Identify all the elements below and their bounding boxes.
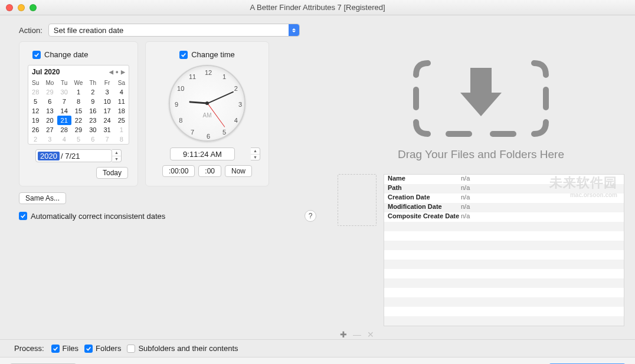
- calendar-day[interactable]: 22: [71, 116, 86, 125]
- action-label: Action:: [19, 26, 42, 35]
- date-stepper[interactable]: ▲▼: [112, 149, 122, 162]
- calendar-day[interactable]: 30: [86, 125, 100, 135]
- svg-rect-4: [470, 68, 492, 93]
- calendar-dow: Sa: [114, 78, 129, 87]
- calendar-day[interactable]: 4: [114, 87, 129, 97]
- process-folders-checkbox[interactable]: [84, 345, 93, 353]
- time-input[interactable]: 9:11:24 AM: [170, 147, 235, 160]
- clear-files-button[interactable]: ✕: [367, 330, 374, 339]
- chevron-updown-icon: [289, 24, 299, 36]
- calendar-day[interactable]: 29: [71, 125, 86, 135]
- time-stepper[interactable]: ▲▼: [251, 147, 260, 160]
- calendar-day[interactable]: 2: [28, 135, 42, 144]
- calendar-day[interactable]: 14: [57, 106, 71, 116]
- calendar-day[interactable]: 6: [86, 135, 100, 144]
- same-as-button[interactable]: Same As...: [19, 192, 66, 204]
- property-row: [384, 250, 624, 260]
- calendar-day[interactable]: 18: [114, 106, 129, 116]
- calendar-day[interactable]: 2: [86, 87, 100, 97]
- calendar-next-icon[interactable]: ▶: [121, 69, 125, 75]
- help-button[interactable]: ?: [305, 210, 316, 222]
- change-date-label: Change date: [44, 50, 88, 59]
- calendar-day[interactable]: 28: [28, 87, 42, 97]
- calendar-day[interactable]: 8: [71, 97, 86, 106]
- bottom-bar: Create Droplet... Perform Changes: [0, 357, 635, 364]
- calendar-day[interactable]: 25: [114, 116, 129, 125]
- calendar-today-dot-icon[interactable]: ●: [116, 69, 119, 75]
- window-title: A Better Finder Attributes 7 [Registered…: [0, 3, 635, 12]
- calendar-day[interactable]: 7: [57, 97, 71, 106]
- process-folders-label: Folders: [96, 344, 121, 353]
- calendar-day[interactable]: 17: [100, 106, 114, 116]
- change-time-checkbox[interactable]: [179, 51, 188, 59]
- calendar-day[interactable]: 5: [28, 97, 42, 106]
- remove-file-button[interactable]: —: [353, 330, 361, 339]
- calendar-day[interactable]: 8: [114, 135, 129, 144]
- calendar-day[interactable]: 3: [100, 87, 114, 97]
- drop-caption: Drag Your Files and Folders Here: [398, 148, 564, 161]
- calendar[interactable]: Jul 2020 ◀ ● ▶ SuMoTuWeThFrSa28293012345…: [28, 65, 129, 145]
- time-input-value: 9:11:24 AM: [183, 150, 222, 159]
- clock-number: 3: [238, 101, 242, 108]
- calendar-day[interactable]: 28: [57, 125, 71, 135]
- calendar-day[interactable]: 9: [86, 97, 100, 106]
- download-arrow-icon: [404, 51, 558, 140]
- action-select-value: Set file creation date: [54, 26, 124, 35]
- calendar-day[interactable]: 24: [100, 116, 114, 125]
- calendar-day[interactable]: 7: [100, 135, 114, 144]
- calendar-day[interactable]: 1: [114, 125, 129, 135]
- calendar-day[interactable]: 4: [57, 135, 71, 144]
- calendar-day[interactable]: 16: [86, 106, 100, 116]
- calendar-dow: Tu: [57, 78, 71, 87]
- zero-minute-button[interactable]: :00: [198, 165, 221, 177]
- clock-number: 9: [175, 101, 178, 108]
- calendar-day[interactable]: 10: [100, 97, 114, 106]
- date-year-field: 2020: [38, 152, 60, 160]
- calendar-prev-icon[interactable]: ◀: [109, 69, 113, 75]
- clock-number: 8: [179, 117, 182, 124]
- today-button[interactable]: Today: [96, 167, 128, 179]
- calendar-day[interactable]: 5: [71, 135, 86, 144]
- property-key: Composite Create Date: [384, 212, 461, 222]
- calendar-day[interactable]: 31: [100, 125, 114, 135]
- calendar-dow: Su: [28, 78, 42, 87]
- calendar-day[interactable]: 29: [42, 87, 57, 97]
- zero-seconds-button[interactable]: :00:00: [162, 165, 195, 177]
- calendar-day[interactable]: 11: [114, 97, 129, 106]
- calendar-day[interactable]: 20: [42, 116, 57, 125]
- date-rest-field: / 7/21: [60, 152, 80, 160]
- clock-number: 4: [234, 117, 238, 124]
- property-row: [384, 260, 624, 269]
- calendar-day[interactable]: 30: [57, 87, 71, 97]
- add-file-button[interactable]: ✚: [340, 330, 347, 339]
- calendar-day[interactable]: 1: [71, 87, 86, 97]
- change-date-checkbox[interactable]: [32, 51, 41, 59]
- calendar-day[interactable]: 27: [42, 125, 57, 135]
- auto-correct-checkbox[interactable]: [19, 212, 27, 220]
- calendar-day[interactable]: 12: [28, 106, 42, 116]
- analog-clock[interactable]: AM 123456789101112: [169, 65, 246, 142]
- property-row: [384, 269, 624, 278]
- calendar-day[interactable]: 3: [42, 135, 57, 144]
- property-row: [384, 241, 624, 250]
- calendar-day[interactable]: 21: [57, 116, 71, 125]
- calendar-day[interactable]: 23: [86, 116, 100, 125]
- action-select[interactable]: Set file creation date: [48, 24, 300, 37]
- calendar-dow: Th: [86, 78, 100, 87]
- calendar-day[interactable]: 13: [42, 106, 57, 116]
- calendar-day[interactable]: 6: [42, 97, 57, 106]
- property-row: Composite Create Daten/a: [384, 212, 624, 222]
- calendar-day[interactable]: 19: [28, 116, 42, 125]
- process-files-checkbox[interactable]: [51, 345, 60, 353]
- date-input[interactable]: 2020 / 7/21: [35, 149, 112, 162]
- drop-zone[interactable]: Drag Your Files and Folders Here: [338, 41, 624, 170]
- now-button[interactable]: Now: [225, 165, 252, 177]
- calendar-dow: We: [71, 78, 86, 87]
- property-row: [384, 316, 624, 326]
- calendar-day[interactable]: 15: [71, 106, 86, 116]
- property-value: n/a: [461, 194, 470, 203]
- process-subfolders-checkbox[interactable]: [127, 345, 135, 353]
- change-time-panel: Change time AM 123456789101112 9:11:24 A…: [145, 41, 269, 186]
- calendar-day[interactable]: 26: [28, 125, 42, 135]
- clock-number: 10: [177, 85, 184, 92]
